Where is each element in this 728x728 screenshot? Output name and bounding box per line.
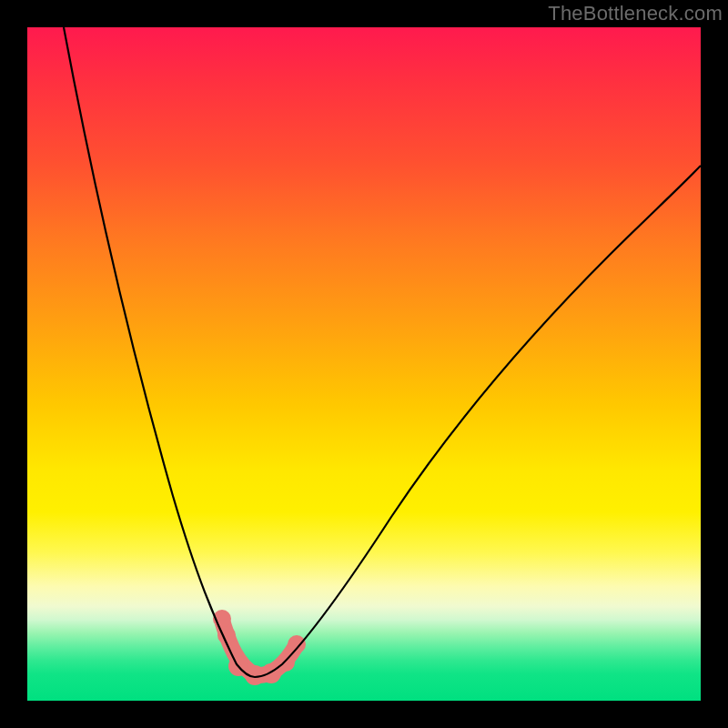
left-curve — [64, 27, 255, 677]
chart-frame: TheBottleneck.com — [0, 0, 728, 728]
plot-area — [27, 27, 701, 701]
watermark-text: TheBottleneck.com — [548, 2, 723, 25]
right-curve — [255, 166, 701, 677]
highlight-dot — [277, 653, 295, 672]
highlight-dot — [288, 635, 306, 653]
curves-svg — [27, 27, 701, 701]
